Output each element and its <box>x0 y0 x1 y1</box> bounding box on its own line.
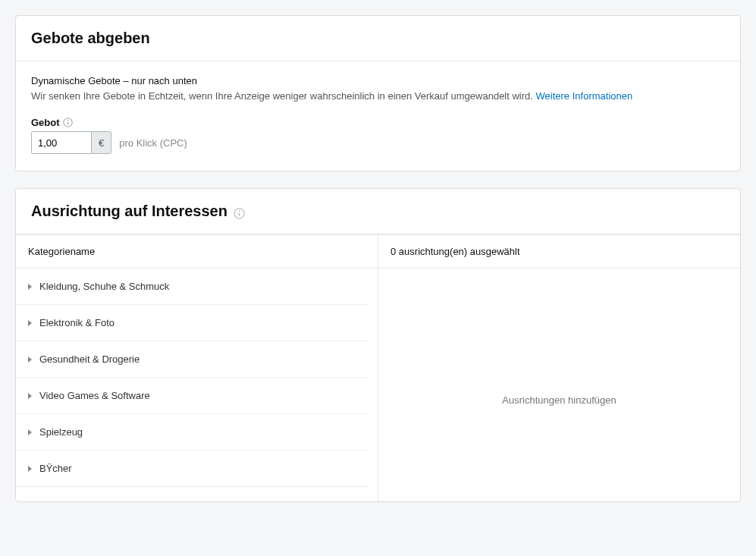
bid-strategy-description: Wir senken Ihre Gebote in Echtzeit, wenn… <box>31 90 725 103</box>
bid-label-row: Gebot <box>31 117 725 128</box>
category-label: BŸcher <box>39 463 72 474</box>
bids-panel-header: Gebote abgeben <box>16 16 740 61</box>
targeting-left-column: Kategoriename Kleidung, Schuhe & Schmuck… <box>16 235 378 501</box>
cpc-hint: pro Klick (CPC) <box>119 137 187 149</box>
svg-rect-4 <box>239 213 240 217</box>
category-label: Video Games & Software <box>39 390 150 401</box>
currency-addon: € <box>91 132 111 153</box>
bids-panel-title: Gebote abgeben <box>31 30 725 47</box>
bids-panel-body: Dynamische Gebote – nur nach unten Wir s… <box>16 61 740 171</box>
category-item[interactable]: Video Games & Software <box>16 378 369 414</box>
selected-column-header: 0 ausrichtung(en) ausgewählt <box>378 235 740 269</box>
info-icon[interactable] <box>63 118 73 127</box>
bid-strategy-text: Wir senken Ihre Gebote in Echtzeit, wenn… <box>31 90 533 102</box>
category-label: Elektronik & Foto <box>39 317 114 328</box>
empty-state-text: Ausrichtungen hinzufügen <box>502 394 616 406</box>
targeting-panel: Ausrichtung auf Interessen Kategoriename… <box>15 188 741 502</box>
targeting-panel-header: Ausrichtung auf Interessen <box>16 189 740 234</box>
targeting-right-column: 0 ausrichtung(en) ausgewählt Ausrichtung… <box>378 235 740 501</box>
category-item[interactable]: Kleidung, Schuhe & Schmuck <box>16 269 369 305</box>
chevron-right-icon <box>28 393 32 399</box>
category-label: Gesundheit & Drogerie <box>39 353 140 365</box>
svg-point-5 <box>239 211 240 212</box>
category-item[interactable]: Elektronik & Foto <box>16 305 369 341</box>
category-item[interactable]: BŸcher <box>16 451 369 487</box>
category-label: Spielzeug <box>39 426 83 438</box>
empty-state: Ausrichtungen hinzufügen <box>378 269 740 501</box>
chevron-right-icon <box>28 429 32 435</box>
chevron-right-icon <box>28 320 32 326</box>
bid-label: Gebot <box>31 117 60 128</box>
bid-section: Gebot € pro Klick (CPC) <box>31 117 725 154</box>
svg-point-2 <box>67 120 68 121</box>
category-item[interactable]: Filme & TV <box>16 487 369 501</box>
svg-rect-1 <box>67 122 67 125</box>
chevron-right-icon <box>28 284 32 290</box>
bid-input-row: € pro Klick (CPC) <box>31 131 725 154</box>
chevron-right-icon <box>28 357 32 363</box>
chevron-right-icon <box>28 466 32 472</box>
bid-input[interactable] <box>32 132 91 153</box>
info-icon[interactable] <box>234 206 245 217</box>
bids-panel: Gebote abgeben Dynamische Gebote – nur n… <box>15 15 741 171</box>
category-label: Filme & TV <box>39 499 88 501</box>
category-column-header: Kategoriename <box>16 235 378 269</box>
bid-input-group: € <box>31 131 111 154</box>
category-label: Kleidung, Schuhe & Schmuck <box>39 281 169 292</box>
learn-more-link[interactable]: Weitere Informationen <box>536 90 633 102</box>
bid-strategy-title: Dynamische Gebote – nur nach unten <box>31 75 725 86</box>
targeting-panel-title: Ausrichtung auf Interessen <box>31 203 725 220</box>
category-item[interactable]: Spielzeug <box>16 414 369 451</box>
targeting-body: Kategoriename Kleidung, Schuhe & Schmuck… <box>16 234 740 501</box>
category-item[interactable]: Gesundheit & Drogerie <box>16 341 369 378</box>
category-list[interactable]: Kleidung, Schuhe & SchmuckElektronik & F… <box>16 269 378 501</box>
targeting-title-text: Ausrichtung auf Interessen <box>31 203 227 220</box>
